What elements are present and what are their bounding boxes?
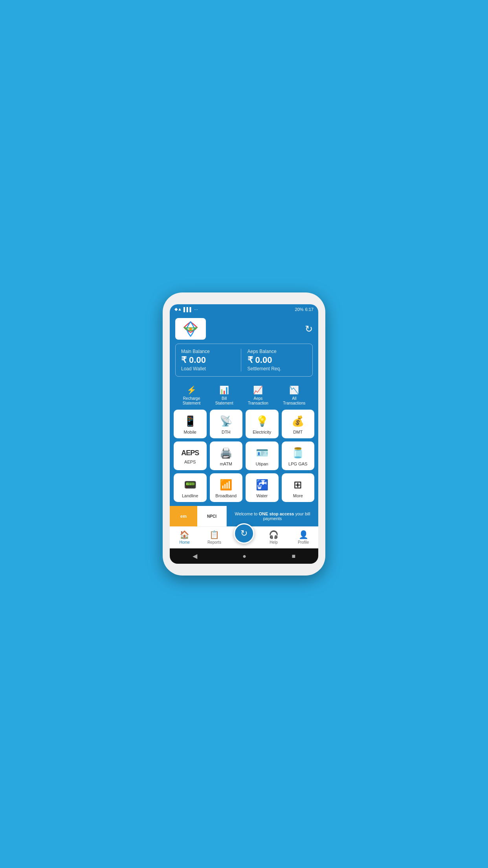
dmt-icon: 💰	[292, 415, 304, 427]
status-left: ◆▲ ▌▌▌ ···	[174, 307, 198, 312]
landline-label: Landline	[182, 493, 198, 498]
matm-icon: 🖨️	[220, 447, 232, 459]
service-lpg-gas[interactable]: 🫙 LPG GAS	[282, 441, 315, 470]
aeps-icon: AEPS	[181, 449, 199, 457]
service-dmt[interactable]: 💰 DMT	[282, 410, 315, 438]
more-label: More	[293, 493, 303, 498]
service-water[interactable]: 🚰 Water	[246, 473, 279, 502]
service-matm[interactable]: 🖨️ mATM	[210, 441, 243, 470]
water-icon: 🚰	[256, 479, 268, 491]
service-more[interactable]: ⊞ More	[282, 473, 315, 502]
aeps-label: AEPS	[184, 460, 196, 464]
wifi-icon: ◆▲	[174, 307, 182, 312]
bill-statement-icon: 📊	[219, 385, 229, 395]
all-transactions-label: AllTransactions	[283, 396, 305, 406]
bill-statement-label: BillStatement	[215, 396, 233, 406]
home-label: Home	[179, 540, 190, 544]
android-nav-bar: ◀ ● ■	[170, 548, 318, 564]
quick-action-recharge-statement[interactable]: ⚡ RechargeStatement	[183, 385, 201, 410]
android-home-button[interactable]: ●	[242, 553, 246, 560]
recharge-statement-icon: ⚡	[187, 385, 196, 395]
service-mobile[interactable]: 📱 Mobile	[174, 410, 207, 438]
quick-action-all-transactions[interactable]: 📉 AllTransactions	[283, 385, 305, 410]
water-label: Water	[256, 493, 268, 498]
profile-icon: 👤	[299, 530, 308, 539]
lpg-gas-label: LPG GAS	[288, 462, 307, 466]
dth-label: DTH	[222, 430, 231, 434]
banner-npci: NPCI	[197, 506, 227, 526]
main-balance-section: Main Balance ₹ 0.00 Load Wallet	[181, 349, 241, 371]
service-utipan[interactable]: 🪪 Utipan	[246, 441, 279, 470]
nav-home[interactable]: 🏠 Home	[170, 530, 200, 544]
broadband-label: Broadband	[215, 493, 237, 498]
dth-icon: 📡	[220, 415, 232, 427]
fab-area: ↻	[229, 531, 259, 544]
mobile-label: Mobile	[184, 430, 196, 434]
banner-brand-left: em	[170, 506, 197, 526]
load-wallet-link[interactable]: Load Wallet	[181, 366, 241, 371]
mobile-icon: 📱	[184, 415, 196, 427]
matm-label: mATM	[220, 462, 232, 466]
banner-text-content: Welcome to ONE stop access your bill pay…	[230, 511, 315, 521]
nav-reports[interactable]: 📋 Reports	[200, 530, 229, 544]
aeps-transaction-icon: 📈	[253, 385, 263, 395]
recharge-statement-label: RechargeStatement	[183, 396, 201, 406]
broadband-icon: 📶	[220, 479, 232, 491]
balance-card: Main Balance ₹ 0.00 Load Wallet Aeps Bal…	[170, 344, 318, 382]
npci-text: NPCI	[207, 514, 216, 519]
all-transactions-icon: 📉	[289, 385, 299, 395]
home-icon: 🏠	[180, 530, 189, 539]
bottom-navigation: 🏠 Home 📋 Reports ↻ 🎧 Help 👤 Profile	[170, 526, 318, 548]
brand-em-text: em	[180, 514, 187, 519]
help-icon: 🎧	[269, 530, 279, 539]
aeps-transaction-label: AepsTransaction	[248, 396, 268, 406]
app-logo	[175, 318, 206, 340]
electricity-icon: 💡	[256, 415, 268, 427]
quick-actions-bar: ⚡ RechargeStatement 📊 BillStatement 📈 Ae…	[170, 382, 318, 410]
electricity-label: Electricity	[253, 430, 271, 434]
svg-point-1	[189, 327, 192, 330]
quick-action-aeps-transaction[interactable]: 📈 AepsTransaction	[248, 385, 268, 410]
logo-svg	[181, 319, 200, 339]
app-header: ↻	[170, 314, 318, 344]
settlement-req-link[interactable]: Settlement Req.	[248, 366, 307, 371]
clock: 6:17	[305, 307, 314, 312]
more-icon: ⊞	[294, 479, 302, 491]
reports-icon: 📋	[209, 530, 219, 539]
banner-message: Welcome to ONE stop access your bill pay…	[227, 506, 318, 526]
service-landline[interactable]: 📟 Landline	[174, 473, 207, 502]
lpg-gas-icon: 🫙	[292, 447, 304, 459]
service-dth[interactable]: 📡 DTH	[210, 410, 243, 438]
aeps-balance-amount: ₹ 0.00	[248, 355, 307, 365]
landline-icon: 📟	[184, 479, 196, 491]
service-broadband[interactable]: 📶 Broadband	[210, 473, 243, 502]
phone-frame: ◆▲ ▌▌▌ ··· 20% 6:17 ↻	[163, 292, 325, 576]
dmt-label: DMT	[293, 430, 303, 434]
services-section: 📱 Mobile 📡 DTH 💡 Electricity 💰 DMT AEPS	[170, 410, 318, 506]
utipan-label: Utipan	[256, 462, 268, 466]
profile-label: Profile	[298, 540, 309, 544]
aeps-balance-label: Aeps Balance	[248, 349, 307, 354]
android-recent-button[interactable]: ■	[292, 553, 296, 560]
nav-help[interactable]: 🎧 Help	[259, 530, 289, 544]
balance-inner: Main Balance ₹ 0.00 Load Wallet Aeps Bal…	[175, 344, 313, 377]
help-label: Help	[270, 540, 278, 544]
service-electricity[interactable]: 💡 Electricity	[246, 410, 279, 438]
main-balance-amount: ₹ 0.00	[181, 355, 241, 365]
quick-action-bill-statement[interactable]: 📊 BillStatement	[215, 385, 233, 410]
phone-screen: ◆▲ ▌▌▌ ··· 20% 6:17 ↻	[170, 304, 318, 564]
nav-profile[interactable]: 👤 Profile	[288, 530, 318, 544]
fab-refresh-button[interactable]: ↻	[234, 523, 254, 544]
services-grid: 📱 Mobile 📡 DTH 💡 Electricity 💰 DMT AEPS	[174, 410, 314, 502]
aeps-balance-section: Aeps Balance ₹ 0.00 Settlement Req.	[241, 349, 307, 371]
refresh-button[interactable]: ↻	[305, 324, 313, 335]
main-balance-label: Main Balance	[181, 349, 241, 354]
utipan-icon: 🪪	[256, 447, 268, 459]
reports-label: Reports	[207, 540, 221, 544]
status-right: 20% 6:17	[295, 307, 314, 312]
service-aeps[interactable]: AEPS AEPS	[174, 441, 207, 470]
battery-text: 20%	[295, 307, 304, 312]
status-bar: ◆▲ ▌▌▌ ··· 20% 6:17	[170, 304, 318, 314]
signal-dots: ···	[194, 307, 198, 312]
android-back-button[interactable]: ◀	[193, 552, 197, 560]
